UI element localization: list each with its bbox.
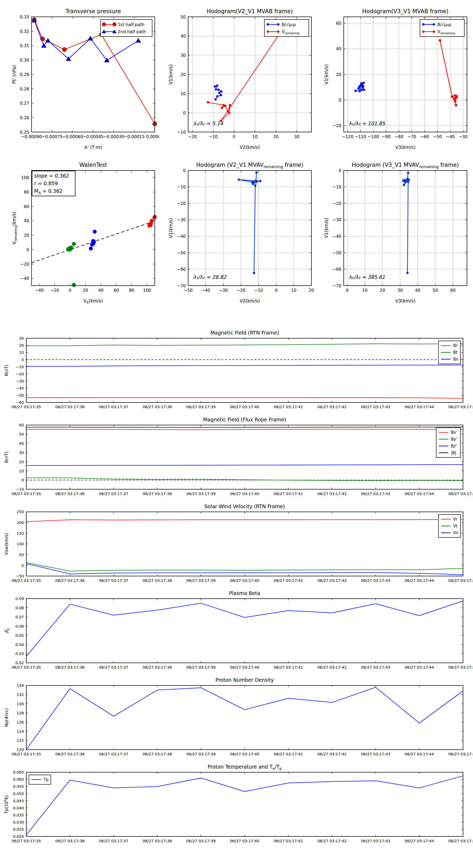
y-tick-label: 80 <box>24 190 29 195</box>
circle-marker <box>62 48 66 52</box>
legend-label: Bx' <box>451 430 457 435</box>
y-tick-label: 0 <box>22 478 24 482</box>
y-tick-label: 30 <box>180 53 186 58</box>
x-tick-label: 10 <box>362 288 367 293</box>
x-tick-label: −50 <box>433 134 442 139</box>
y-tick-label: 0.06 <box>15 624 24 628</box>
series-br <box>26 398 463 399</box>
chart-title: Solar Wind Velocity (RTN Frame) <box>204 503 285 509</box>
y-tick-label: −10 <box>16 487 24 491</box>
x-tick-label: 06/27 03:17:44 <box>405 492 434 496</box>
y-axis-label: Pt' (nPa) <box>11 65 17 84</box>
y-tick-label: 0 <box>22 358 24 362</box>
x-tick-label: 06/27 03:17:44 <box>405 839 434 843</box>
x-tick-label: 0 <box>69 288 71 293</box>
x-tick-label: 06/27 03:17:43 <box>361 492 391 496</box>
dot-marker <box>214 85 216 88</box>
dot-marker <box>238 179 240 181</box>
y-tick-label: 0 <box>183 168 186 173</box>
dot-marker <box>255 171 258 174</box>
y-tick-label: 124 <box>16 730 24 734</box>
x-tick-label: 06/27 03:17:45 <box>448 839 473 843</box>
transverse-pressure-svg: −0.00090−0.00075−0.00060−0.00045−0.00030… <box>10 4 159 156</box>
legend-label: 2nd half path <box>118 29 146 34</box>
x-tick-label: −0.00090 <box>21 134 42 139</box>
legend: BrBtBn <box>439 341 461 364</box>
axes-frame <box>26 338 463 402</box>
dot-marker <box>277 31 280 33</box>
axes-frame <box>26 685 463 750</box>
y-tick-label: −20 <box>20 262 29 267</box>
y-tick-label: 20 <box>336 72 341 77</box>
x-tick-label: 80 <box>129 288 134 293</box>
magnetic-field-rtn-svg: 06/27 03:17:3506/27 03:17:3606/27 03:17:… <box>0 329 473 416</box>
series-vn <box>26 564 463 575</box>
x-tick-label: 20 <box>273 134 278 139</box>
x-tick-label: 100 <box>143 288 151 293</box>
dot-marker <box>229 104 231 106</box>
x-tick-label: 30 <box>294 134 299 139</box>
hodogram-v3v1-mvav-svg: 01020304050600−10−20−30−40−50−60−70Hodog… <box>323 157 471 310</box>
y-tick-label: 0.02 <box>15 661 24 665</box>
x-tick-label: 06/27 03:17:35 <box>11 665 41 670</box>
y-tick-label: 0.08 <box>15 606 24 610</box>
x-tick-label: 20 <box>83 288 88 293</box>
legend-label: By' <box>451 437 457 442</box>
chart-title: Proton Number Density <box>215 677 274 683</box>
y-tick-label: 20 <box>19 343 24 347</box>
x-tick-label: 06/27 03:17:39 <box>186 665 216 670</box>
x-tick-label: 0 <box>346 288 348 293</box>
y-tick-label: 0.050 <box>13 792 24 796</box>
x-tick-label: 20 <box>309 288 314 293</box>
dot-marker <box>267 23 269 26</box>
x-tick-label: 06/27 03:17:36 <box>55 579 85 583</box>
y-tick-label: 60 <box>24 204 29 209</box>
y-axis-label: V1(km/s) <box>324 64 329 85</box>
x-tick-label: 06/27 03:17:44 <box>405 752 434 756</box>
y-tick-label: 126 <box>16 720 24 724</box>
chart-title: Transverse pressure <box>65 8 121 14</box>
dot-marker <box>207 101 209 103</box>
axis-ticks <box>26 772 463 836</box>
dot-marker <box>254 184 257 187</box>
legend: Tp <box>29 775 51 784</box>
series-last-interval <box>147 215 157 227</box>
dot-marker <box>253 181 256 184</box>
y-tick-label: 0.040 <box>13 806 24 810</box>
x-tick-label: 06/27 03:17:40 <box>230 839 259 843</box>
dot-marker <box>220 94 222 96</box>
dot-marker <box>406 272 409 274</box>
proton-number-density-panel: 06/27 03:17:3506/27 03:17:3606/27 03:17:… <box>0 677 473 763</box>
x-tick-label: −70 <box>407 134 416 139</box>
x-tick-label: 0 <box>233 134 235 139</box>
x-tick-label: 06/27 03:17:37 <box>99 405 129 409</box>
x-tick-label: 06/27 03:17:35 <box>11 405 41 409</box>
x-tick-label: 06/27 03:17:39 <box>186 405 216 409</box>
x-tick-label: −10 <box>209 134 218 139</box>
y-tick-label: 40 <box>336 46 341 51</box>
x-tick-label: 06/27 03:17:38 <box>143 579 172 583</box>
dot-marker <box>277 23 280 26</box>
y-tick-label: 250 <box>16 510 24 514</box>
axis-ticks <box>26 599 463 663</box>
tick-labels: 06/27 03:17:3506/27 03:17:3606/27 03:17:… <box>11 423 473 496</box>
hodogram-v2v1-mvav-plot: −50−40−30−20−10010200−10−20−30−40−50−60−… <box>167 157 315 310</box>
x-tick-label: −50 <box>184 288 193 293</box>
solar-wind-velocity-panel: 06/27 03:17:3506/27 03:17:3606/27 03:17:… <box>0 503 473 590</box>
series-v <box>402 172 410 274</box>
magnetic-field-flux-rope-svg: 06/27 03:17:3506/27 03:17:3606/27 03:17:… <box>0 416 473 503</box>
x-tick-label: 06/27 03:17:35 <box>11 839 41 843</box>
legend-label: Vt <box>453 524 458 528</box>
x-tick-label: 10 <box>291 288 296 293</box>
x-tick-label: −0.00045 <box>83 134 104 139</box>
x-axis-label: V2(km/s) <box>240 298 260 304</box>
y-tick-label: 0.030 <box>13 820 24 824</box>
legend-label: Bz' <box>451 444 457 448</box>
magnetic-field-flux-rope-panel: 06/27 03:17:3506/27 03:17:3606/27 03:17:… <box>0 416 473 503</box>
axes-frame <box>188 170 311 286</box>
x-tick-label: 06/27 03:17:39 <box>186 839 216 843</box>
legend: 1st half path2nd half path <box>100 20 152 37</box>
dot-marker <box>407 172 409 174</box>
x-tick-label: 06/27 03:17:44 <box>405 405 434 409</box>
y-tick-label: 0.31 <box>20 43 29 48</box>
